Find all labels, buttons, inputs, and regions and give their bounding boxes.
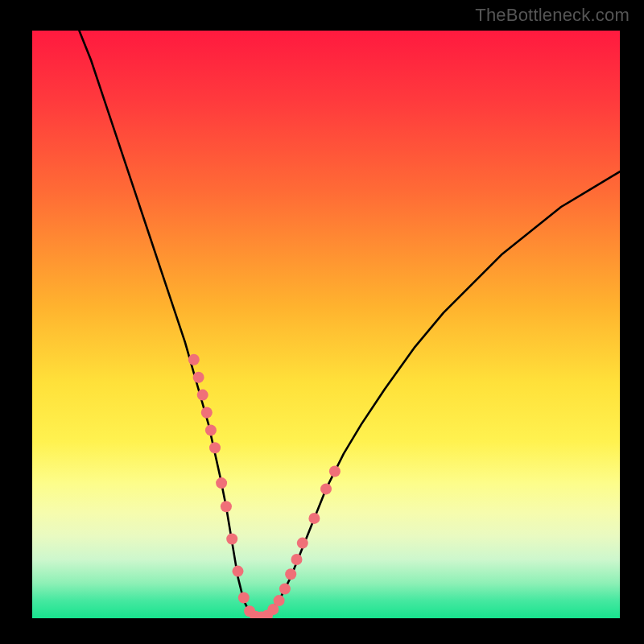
marker-dot: [197, 390, 208, 401]
bottleneck-curve-path: [79, 31, 620, 618]
marker-dot: [221, 501, 232, 512]
marker-dot: [285, 568, 296, 580]
marker-dot: [297, 538, 308, 549]
curve-svg: [32, 31, 620, 618]
marker-dot: [188, 354, 200, 365]
marker-dot: [291, 554, 303, 565]
marker-dot: [216, 477, 227, 489]
marker-dot: [205, 424, 217, 436]
marker-dot: [226, 534, 237, 545]
marker-dot: [329, 466, 341, 477]
marker-dots-group: [188, 354, 341, 618]
marker-dot: [274, 595, 285, 606]
marker-dot: [308, 513, 320, 524]
chart-frame: TheBottleneck.com: [0, 0, 644, 644]
marker-dot: [209, 442, 221, 453]
watermark-text: TheBottleneck.com: [475, 5, 630, 26]
marker-dot: [238, 592, 250, 604]
marker-dot: [233, 566, 244, 577]
marker-dot: [193, 372, 204, 383]
marker-dot: [201, 407, 213, 419]
marker-dot: [279, 584, 291, 595]
plot-area: [32, 31, 620, 618]
marker-dot: [320, 483, 332, 494]
